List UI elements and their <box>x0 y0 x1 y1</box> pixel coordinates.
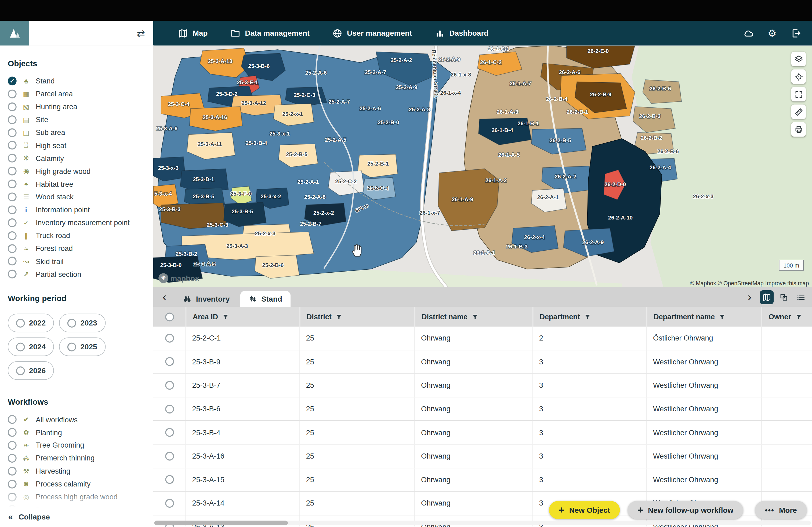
tabs-scroll-left-icon[interactable]: ‹ <box>157 291 172 303</box>
object-item-partial-section[interactable]: ⇗Partial section <box>0 268 153 281</box>
table-row[interactable]: 25-3-B-925Ohrwang3Westlicher Ohrwang <box>153 350 812 374</box>
column-header-department[interactable]: Department <box>533 307 646 327</box>
radio-unchecked[interactable] <box>8 454 17 463</box>
map-control-layers[interactable] <box>791 52 806 66</box>
row-radio[interactable] <box>153 350 186 373</box>
map-control-locate[interactable] <box>791 69 806 84</box>
collapse-button[interactable]: « Collapse <box>0 507 153 527</box>
filter-icon[interactable] <box>336 313 342 320</box>
tab-stand[interactable]: Stand <box>240 291 291 307</box>
period-pill-2026[interactable]: 2026 <box>8 361 54 380</box>
period-pill-2023[interactable]: 2023 <box>59 314 105 332</box>
radio-unchecked[interactable] <box>8 244 17 253</box>
radio-unchecked[interactable] <box>8 154 17 163</box>
row-radio[interactable] <box>153 445 186 468</box>
sidebar-expand-icon[interactable]: ⇄ <box>137 27 145 39</box>
radio-unchecked[interactable] <box>8 205 17 214</box>
row-radio[interactable] <box>153 327 186 350</box>
radio-unchecked[interactable] <box>8 115 17 124</box>
cloud-icon[interactable] <box>743 27 754 39</box>
filter-icon[interactable] <box>222 313 229 320</box>
radio-unchecked[interactable] <box>8 167 17 176</box>
mapbox-logo[interactable]: ✳ mapbox <box>158 273 199 283</box>
map-svg[interactable]: 25-3-A-1325-3-B-625-2-A-625-2-A-225-2-A-… <box>153 46 812 287</box>
view-button-list[interactable] <box>794 290 808 304</box>
filter-icon[interactable] <box>584 313 591 320</box>
object-item-stand[interactable]: ✓♣Stand <box>0 75 153 88</box>
radio-unchecked[interactable] <box>16 319 25 328</box>
map-control-measure[interactable] <box>791 105 806 119</box>
radio-unchecked[interactable] <box>8 128 17 137</box>
radio-unchecked[interactable] <box>8 480 17 488</box>
object-item-truck-road[interactable]: ∥Truck road <box>0 229 153 242</box>
object-item-site[interactable]: ▤Site <box>0 113 153 126</box>
radio-unchecked[interactable] <box>8 192 17 201</box>
column-header-owner[interactable]: Owner <box>761 307 812 327</box>
column-header-area-id[interactable]: Area ID <box>185 307 299 327</box>
row-radio[interactable] <box>153 397 186 420</box>
radio-unchecked[interactable] <box>8 467 17 476</box>
column-header-department-name[interactable]: Department name <box>646 307 761 327</box>
object-item-forest-road[interactable]: ≈Forest road <box>0 242 153 255</box>
workflow-item-process-calamity[interactable]: ✺Process calamity <box>0 478 153 491</box>
period-pill-2024[interactable]: 2024 <box>8 337 54 356</box>
view-button-map[interactable] <box>760 290 773 304</box>
select-all-radio[interactable] <box>153 307 186 327</box>
new-object-button[interactable]: + New Object <box>549 501 620 519</box>
map-attribution[interactable]: © Mapbox © OpenStreetMap Improve this ma… <box>690 280 809 286</box>
radio-unchecked[interactable] <box>8 141 17 150</box>
scrollbar-thumb[interactable] <box>155 521 288 525</box>
radio-unchecked[interactable] <box>68 342 76 351</box>
map-control-fullscreen[interactable] <box>791 87 806 102</box>
filter-icon[interactable] <box>719 313 726 320</box>
radio-unchecked[interactable] <box>8 415 17 424</box>
table-row[interactable]: 25-3-B-425Ohrwang3Westlicher Ohrwang <box>153 421 812 445</box>
radio-unchecked[interactable] <box>16 342 25 351</box>
more-button[interactable]: ••• More <box>755 501 807 519</box>
workflow-item-process-high-grade-wood[interactable]: ◎Process high grade wood <box>0 491 153 503</box>
object-item-habitat-tree[interactable]: ♠Habitat tree <box>0 178 153 191</box>
filter-icon[interactable] <box>472 313 478 320</box>
object-item-skid-trail[interactable]: ↝Skid trail <box>0 255 153 268</box>
table-row[interactable]: 25-3-B-625Ohrwang3Westlicher Ohrwang <box>153 397 812 421</box>
object-item-parcel-area[interactable]: ▦Parcel area <box>0 88 153 100</box>
object-item-hunting-area[interactable]: ▧Hunting area <box>0 100 153 113</box>
object-item-inventory-measurement-point[interactable]: ✓Inventory measurement point <box>0 216 153 229</box>
radio-unchecked[interactable] <box>8 218 17 227</box>
improve-map-link[interactable]: Improve this map <box>765 280 809 286</box>
table-row[interactable]: 25-3-B-725Ohrwang3Westlicher Ohrwang <box>153 374 812 397</box>
tabs-scroll-right-icon[interactable]: › <box>742 291 757 303</box>
view-button-cards[interactable] <box>777 290 791 304</box>
map-control-print[interactable] <box>791 122 806 137</box>
radio-unchecked[interactable] <box>8 492 17 501</box>
nav-item-data-management[interactable]: Data management <box>230 28 309 38</box>
logout-icon[interactable] <box>790 27 801 39</box>
radio-unchecked[interactable] <box>8 180 17 189</box>
object-item-high-seat[interactable]: ♖High seat <box>0 139 153 152</box>
object-item-sub-area[interactable]: ◫Sub area <box>0 126 153 139</box>
row-radio[interactable] <box>153 374 186 397</box>
radio-unchecked[interactable] <box>8 428 17 437</box>
settings-icon[interactable]: ⚙ <box>766 27 778 39</box>
radio-unchecked[interactable] <box>8 270 17 278</box>
radio-unchecked[interactable] <box>8 257 17 266</box>
row-radio[interactable] <box>153 421 186 444</box>
filter-icon[interactable] <box>795 313 802 320</box>
nav-item-dashboard[interactable]: Dashboard <box>435 28 489 38</box>
row-radio[interactable] <box>153 492 186 515</box>
new-followup-workflow-button[interactable]: + New follow-up workflow <box>627 501 743 519</box>
object-item-calamity[interactable]: ❋Calamity <box>0 152 153 165</box>
radio-unchecked[interactable] <box>16 366 25 375</box>
radio-unchecked[interactable] <box>8 102 17 111</box>
map-canvas[interactable]: 25-3-A-1325-3-B-625-2-A-625-2-A-225-2-A-… <box>153 46 812 287</box>
object-item-high-grade-wood[interactable]: ◉High grade wood <box>0 165 153 178</box>
period-pill-2022[interactable]: 2022 <box>8 314 54 332</box>
object-item-information-point[interactable]: ℹInformation point <box>0 204 153 216</box>
workflow-item-all-workflows[interactable]: ✔All workflows <box>0 413 153 426</box>
workflow-item-planting[interactable]: ✿Planting <box>0 426 153 439</box>
nav-item-map[interactable]: Map <box>178 28 207 38</box>
table-row[interactable]: 25-2-C-125Ohrwang2Östlicher Ohrwang <box>153 327 812 350</box>
tab-inventory[interactable]: Inventory <box>175 291 238 307</box>
map-stand[interactable] <box>224 202 266 227</box>
radio-unchecked[interactable] <box>8 441 17 450</box>
